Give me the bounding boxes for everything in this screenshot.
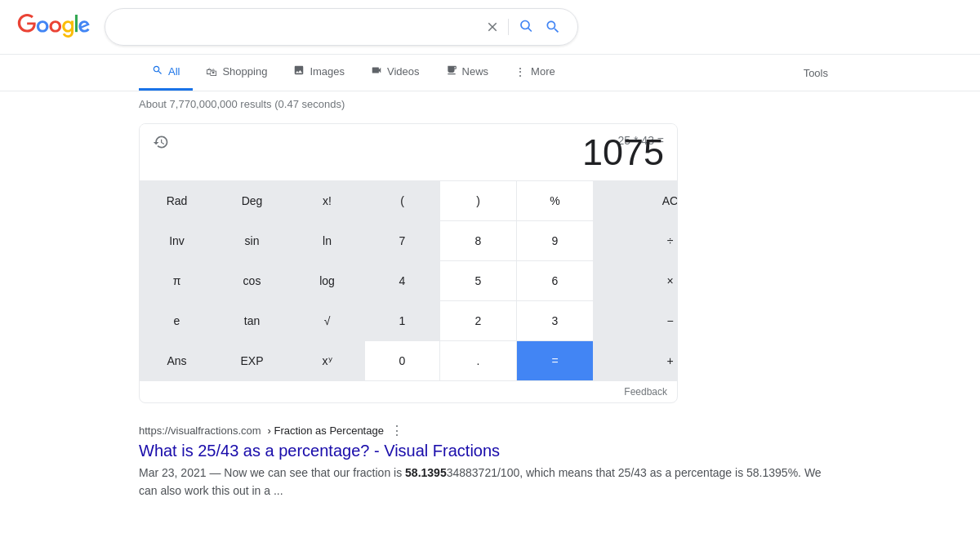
btn-1[interactable]: 1 <box>365 301 440 341</box>
calculator: 25 * 43 = 1075 Rad Deg x! ( ) % AC Inv s… <box>139 123 678 403</box>
shopping-icon: 🛍 <box>206 65 217 78</box>
feedback[interactable]: Feedback <box>140 381 677 402</box>
tab-more[interactable]: ⋮ More <box>501 56 568 91</box>
result-title[interactable]: What is 25/43 as a percentage? - Visual … <box>139 442 841 460</box>
feedback-label: Feedback <box>624 386 667 398</box>
tab-more-label: More <box>531 65 555 78</box>
btn-equals[interactable]: = <box>517 341 594 381</box>
tab-shopping-label: Shopping <box>222 65 267 78</box>
btn-5[interactable]: 5 <box>440 261 517 301</box>
videos-icon <box>371 64 382 78</box>
more-icon: ⋮ <box>514 65 526 78</box>
search-bar: 25 * 43 <box>105 8 578 46</box>
btn-e[interactable]: e <box>140 301 215 341</box>
result-more-button[interactable]: ⋮ <box>390 423 403 438</box>
result-breadcrumb: › Fraction as Percentage <box>268 424 384 437</box>
images-icon <box>293 64 305 78</box>
btn-minus[interactable]: − <box>594 301 678 341</box>
btn-ans[interactable]: Ans <box>140 341 215 381</box>
search-button[interactable] <box>541 16 564 38</box>
btn-percent[interactable]: % <box>517 181 594 221</box>
btn-cos[interactable]: cos <box>215 261 290 301</box>
tab-videos-label: Videos <box>387 65 420 78</box>
google-logo <box>16 14 91 41</box>
tab-all[interactable]: All <box>139 55 193 91</box>
tab-all-label: All <box>168 65 180 78</box>
btn-divide[interactable]: ÷ <box>594 221 678 261</box>
nav-tabs: All 🛍 Shopping Images Videos News ⋮ More… <box>0 55 980 91</box>
calc-result: 1075 <box>582 131 664 174</box>
results-info: About 7,770,000,000 results (0.47 second… <box>0 91 980 117</box>
snippet-bold: 58.1395 <box>405 466 447 479</box>
btn-ac[interactable]: AC <box>594 181 678 221</box>
result-url-text: https://visualfractions.com <box>139 424 261 437</box>
btn-2[interactable]: 2 <box>440 301 517 341</box>
btn-9[interactable]: 9 <box>517 221 594 261</box>
results-count: About 7,770,000,000 results (0.47 second… <box>139 98 345 110</box>
tab-news-label: News <box>462 65 489 78</box>
btn-0[interactable]: 0 <box>365 341 440 381</box>
tab-images-label: Images <box>310 65 345 78</box>
result-snippet: Mar 23, 2021 — Now we can see that our f… <box>139 464 841 500</box>
btn-ln[interactable]: ln <box>290 221 365 261</box>
calc-display: 25 * 43 = 1075 <box>140 124 677 181</box>
btn-3[interactable]: 3 <box>517 301 594 341</box>
btn-rparen[interactable]: ) <box>440 181 517 221</box>
lens-button[interactable] <box>508 19 533 35</box>
btn-multiply[interactable]: × <box>594 261 678 301</box>
tab-shopping[interactable]: 🛍 Shopping <box>193 56 280 91</box>
tools-tab[interactable]: Tools <box>791 57 841 89</box>
btn-log[interactable]: log <box>290 261 365 301</box>
btn-7[interactable]: 7 <box>365 221 440 261</box>
btn-8[interactable]: 8 <box>440 221 517 261</box>
result-date: Mar 23, 2021 — <box>139 466 224 479</box>
news-icon <box>446 64 457 78</box>
tab-videos[interactable]: Videos <box>358 55 433 91</box>
btn-4[interactable]: 4 <box>365 261 440 301</box>
btn-inv[interactable]: Inv <box>140 221 215 261</box>
snippet-before: Now we can see that our fraction is <box>224 466 405 479</box>
header: 25 * 43 <box>0 0 980 55</box>
btn-dot[interactable]: . <box>440 341 517 381</box>
tools-label: Tools <box>804 67 828 79</box>
btn-sqrt[interactable]: √ <box>290 301 365 341</box>
btn-6[interactable]: 6 <box>517 261 594 301</box>
calc-buttons: Rad Deg x! ( ) % AC Inv sin ln 7 8 9 ÷ π… <box>140 181 677 381</box>
tab-images[interactable]: Images <box>280 55 358 91</box>
clear-button[interactable] <box>485 20 500 34</box>
tab-news[interactable]: News <box>433 55 502 91</box>
btn-deg[interactable]: Deg <box>215 181 290 221</box>
search-result: https://visualfractions.com › Fraction a… <box>0 410 980 513</box>
btn-plus[interactable]: + <box>594 341 678 381</box>
btn-xfactorial[interactable]: x! <box>290 181 365 221</box>
btn-rad[interactable]: Rad <box>140 181 215 221</box>
result-url-row: https://visualfractions.com › Fraction a… <box>139 423 841 438</box>
all-icon <box>152 64 163 78</box>
btn-sin[interactable]: sin <box>215 221 290 261</box>
search-input[interactable]: 25 * 43 <box>118 20 477 34</box>
btn-pi[interactable]: π <box>140 261 215 301</box>
btn-xpow[interactable]: xʸ <box>290 341 365 381</box>
btn-lparen[interactable]: ( <box>365 181 440 221</box>
btn-exp[interactable]: EXP <box>215 341 290 381</box>
btn-tan[interactable]: tan <box>215 301 290 341</box>
